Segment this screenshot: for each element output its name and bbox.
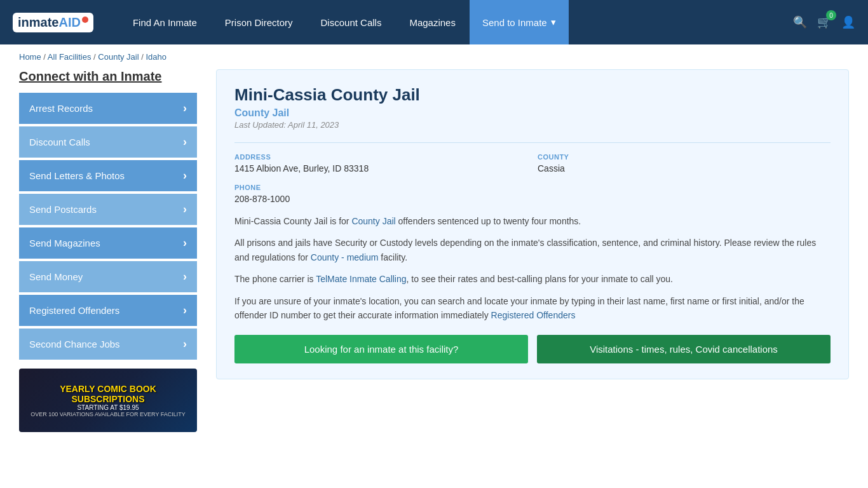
sidebar-item-label: Send Postcards [29,204,97,215]
address-block: ADDRESS 1415 Albion Ave, Burley, ID 8331… [234,153,527,173]
facility-name: Mini-Cassia County Jail [234,85,831,105]
chevron-right-icon: › [183,270,187,283]
sidebar-item-label: Send Letters & Photos [29,170,125,181]
nav-links: Find An Inmate Prison Directory Discount… [119,0,780,44]
ad-title: YEARLY COMIC BOOK [60,384,156,394]
main-container: Connect with an Inmate Arrest Records › … [0,69,868,451]
breadcrumb-all-facilities[interactable]: All Facilities [48,52,92,62]
chevron-right-icon: › [183,169,187,182]
user-button[interactable]: 👤 [841,15,855,29]
search-button[interactable]: 🔍 [793,15,807,29]
nav-icons: 🔍 🛒 0 👤 [793,15,855,29]
content-area: Mini-Cassia County Jail County Jail Last… [216,69,849,379]
cart-badge: 0 [826,10,836,20]
logo-inmate: inmate [18,15,58,29]
desc1: Mini-Cassia County Jail is for County Ja… [234,214,831,228]
breadcrumb: Home / All Facilities / County Jail / Id… [0,44,868,69]
sidebar-item-send-magazines[interactable]: Send Magazines › [19,227,197,259]
desc4: If you are unsure of your inmate's locat… [234,294,831,323]
telmate-link[interactable]: TelMate Inmate Calling [316,274,406,284]
phone-value: 208-878-1000 [234,194,527,204]
county-value: Cassia [538,163,831,173]
sidebar-item-label: Registered Offenders [29,305,119,316]
facility-card: Mini-Cassia County Jail County Jail Last… [216,69,849,379]
sidebar-item-send-money[interactable]: Send Money › [19,261,197,292]
nav-find-inmate[interactable]: Find An Inmate [119,0,211,44]
sidebar-item-label: Discount Calls [29,137,90,147]
visitations-button[interactable]: Visitations - times, rules, Covid cancel… [537,335,831,363]
chevron-right-icon: › [183,236,187,250]
phone-label: PHONE [234,184,527,191]
breadcrumb-home[interactable]: Home [19,52,41,62]
sidebar-item-registered-offenders[interactable]: Registered Offenders › [19,295,197,326]
registered-offenders-link[interactable]: Registered Offenders [491,310,576,320]
breadcrumb-county-jail[interactable]: County Jail [98,52,139,62]
sidebar-item-label: Arrest Records [29,103,93,114]
logo[interactable]: inmateAID [13,13,93,32]
sidebar-item-discount-calls[interactable]: Discount Calls › [19,126,197,158]
sidebar-item-arrest-records[interactable]: Arrest Records › [19,93,197,124]
ad-subtitle: SUBSCRIPTIONS [71,394,144,404]
county-label: COUNTY [538,153,831,161]
county-jail-link[interactable]: County Jail [351,216,395,226]
sidebar-item-label: Send Magazines [29,238,100,248]
sidebar: Connect with an Inmate Arrest Records › … [19,69,197,432]
sidebar-menu: Arrest Records › Discount Calls › Send L… [19,93,197,360]
logo-aid: AID [58,15,80,29]
sidebar-item-send-postcards[interactable]: Send Postcards › [19,194,197,225]
action-buttons: Looking for an inmate at this facility? … [234,335,831,363]
nav-discount-calls[interactable]: Discount Calls [307,0,396,44]
nav-send-label: Send to Inmate [482,17,547,28]
sidebar-item-label: Second Chance Jobs [29,339,120,349]
sidebar-item-send-letters[interactable]: Send Letters & Photos › [19,160,197,191]
nav-prison-directory[interactable]: Prison Directory [211,0,307,44]
nav-send-to-inmate[interactable]: Send to Inmate ▾ [470,0,569,44]
sidebar-item-second-chance-jobs[interactable]: Second Chance Jobs › [19,329,197,360]
cart-button[interactable]: 🛒 0 [817,15,831,29]
nav-magazines[interactable]: Magazines [395,0,470,44]
desc2: All prisons and jails have Security or C… [234,236,831,264]
chevron-right-icon: › [183,135,187,149]
chevron-right-icon: › [183,337,187,351]
looking-for-inmate-button[interactable]: Looking for an inmate at this facility? [234,335,528,363]
sidebar-title: Connect with an Inmate [19,69,197,84]
logo-dot [82,17,88,23]
chevron-down-icon: ▾ [551,17,556,28]
address-value: 1415 Albion Ave, Burley, ID 83318 [234,163,527,173]
breadcrumb-state[interactable]: Idaho [146,52,166,62]
ad-desc: OVER 100 VARIATIONS AVAILABLE FOR EVERY … [31,411,186,417]
phone-block: PHONE 208-878-1000 [234,184,527,204]
county-medium-link[interactable]: County - medium [311,252,379,262]
logo-text: inmateAID [18,15,88,30]
facility-info: ADDRESS 1415 Albion Ave, Burley, ID 8331… [234,142,831,204]
chevron-right-icon: › [183,304,187,317]
ad-price: STARTING AT $19.95 [77,404,139,411]
facility-type: County Jail [234,107,831,119]
facility-updated: Last Updated: April 11, 2023 [234,120,831,130]
county-block: COUNTY Cassia [538,153,831,173]
sidebar-item-label: Send Money [29,271,83,282]
chevron-right-icon: › [183,203,187,216]
sidebar-ad[interactable]: YEARLY COMIC BOOK SUBSCRIPTIONS STARTING… [19,369,197,432]
navbar: inmateAID Find An Inmate Prison Director… [0,0,868,44]
address-label: ADDRESS [234,153,527,161]
chevron-right-icon: › [183,102,187,115]
desc3: The phone carrier is TelMate Inmate Call… [234,272,831,286]
